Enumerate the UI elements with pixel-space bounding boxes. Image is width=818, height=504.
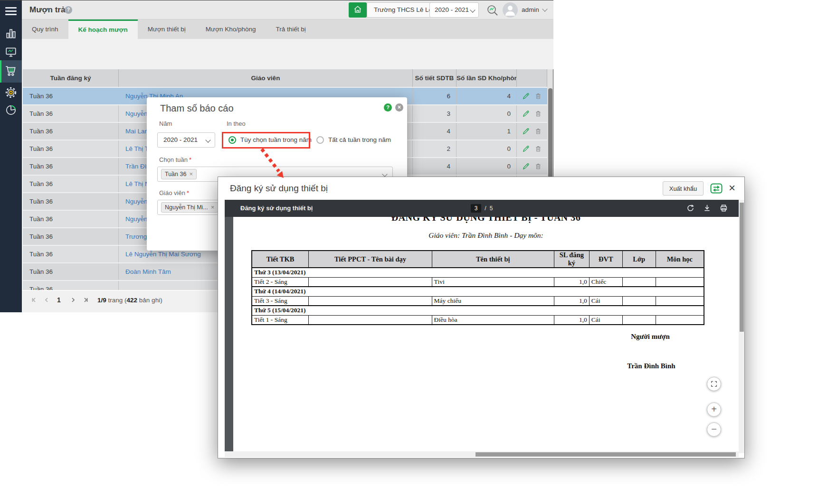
tab-muon-kho-phong[interactable]: Mượn Kho/phòng [196,19,266,39]
cell-sdtb: 6 [413,88,457,104]
sidebar-item-borrow-active[interactable] [0,60,22,83]
next-page-button[interactable] [67,297,79,308]
dialog-title: Tham số báo cáo [160,103,234,114]
edit-icon[interactable] [522,92,530,100]
delete-icon[interactable] [534,145,542,153]
sidebar [0,0,22,312]
remove-tag-icon[interactable]: × [211,204,215,211]
prev-page-button[interactable] [41,297,52,308]
cell-sdtb: 4 [413,123,457,140]
delete-icon[interactable] [534,127,542,135]
pdf-vertical-scrollbar[interactable] [739,200,744,453]
required-mark: * [187,189,189,196]
col-sdtb[interactable]: Số tiết SDTB [413,69,457,87]
th-subject: Môn học [656,251,704,268]
cart-icon [5,65,17,77]
edit-icon[interactable] [522,110,530,118]
cell-week: Tuần 36 [23,140,119,157]
sidebar-item-settings[interactable] [5,86,17,99]
tab-tra-thiet-bi[interactable]: Trả thiết bị [266,19,316,39]
delete-icon[interactable] [534,110,542,118]
cell-week: Tuần 36 [23,105,119,122]
current-page[interactable]: 1 [57,296,61,304]
radio-all-weeks[interactable] [316,136,324,144]
teacher-link[interactable]: Đoàn Minh Tâm [125,268,171,275]
close-icon[interactable]: × [729,181,735,195]
col-teacher[interactable]: Giáo viên [119,69,413,87]
signature-name: Trần Đình Bình [599,362,704,370]
chevron-down-icon [470,7,475,12]
cell-week: Tuần 36 [23,176,119,192]
download-icon[interactable] [703,204,712,213]
first-page-button[interactable] [29,297,40,308]
quick-search-icon[interactable] [485,3,500,18]
col-actions [517,69,547,87]
transfer-icon[interactable] [710,182,723,195]
cell-kho: 0 [457,140,517,157]
zoom-in-button[interactable]: + [707,402,721,417]
cell-week: Tuần 36 [23,158,119,175]
th-tkb: Tiết TKB [252,251,309,268]
rotate-icon[interactable] [686,204,695,213]
year-select[interactable]: 2020 - 2021 [157,132,215,148]
export-button[interactable]: Xuất khẩu [663,181,704,196]
user-menu-chevron-icon[interactable] [542,6,547,11]
cell-kho: 1 [457,123,517,140]
app-header: Mượn trả ? Trường THCS Lê Lợi 2020 - 202… [22,0,553,19]
home-button[interactable] [349,2,367,18]
fit-page-button[interactable] [707,377,721,391]
avatar[interactable] [503,2,518,18]
sidebar-item-dashboard[interactable] [5,28,17,40]
tab-ke-hoach-muon[interactable]: Kế hoạch mượn [68,19,138,39]
th-device: Tên thiết bị [432,251,554,268]
day-row: Thứ 5 (15/04/2021) [252,306,704,315]
scrollbar-thumb[interactable] [740,203,744,332]
document-subtitle: Giáo viên: Trần Đình Bình - Dạy môn: [233,231,739,240]
help-badge[interactable]: ? [65,6,72,14]
home-icon [353,5,362,14]
cell-week: Tuần 36 [23,123,119,140]
zoom-out-button[interactable]: − [707,422,721,437]
print-icon[interactable] [719,204,728,213]
pdf-horizontal-scrollbar[interactable] [225,451,739,457]
school-year-select[interactable]: 2020 - 2021 [429,2,479,18]
delete-icon[interactable] [534,162,542,170]
cell-week: Tuần 36 [23,193,119,210]
remove-tag-icon[interactable]: × [189,170,193,177]
print-by-label: In theo [227,120,246,127]
delete-icon[interactable] [534,92,542,100]
last-page-button[interactable] [80,297,91,308]
teacher-link[interactable]: Lê Nguyễn Thị Mai Sương [125,251,201,258]
user-name[interactable]: admin [522,0,539,19]
help-icon[interactable]: ? [384,103,392,112]
page-indicator: 3 / 5 [225,200,739,217]
monitor-icon [5,46,17,58]
th-ppct: Tiết PPCT - Tên bài dạy [309,251,432,268]
year-value: 2020 - 2021 [163,136,198,143]
cell-week: Tuần 36 [23,263,119,280]
sidebar-item-reports[interactable] [5,104,17,116]
menu-toggle-icon[interactable] [5,7,17,16]
tab-bar: Quy trình Kế hoạch mượn Mượn thiết bị Mư… [22,19,553,39]
item-row: Tiết 2 - Sáng Tivi 1,0 Chiếc [252,277,704,287]
col-kho[interactable]: Số lần SD Kho/phòng [457,69,517,87]
edit-icon[interactable] [522,145,530,153]
required-mark: * [189,156,191,163]
cell-kho: 0 [457,105,517,122]
teacher-label: Giáo viên* [159,189,189,196]
radio-all-weeks-label[interactable]: Tất cả tuần trong năm [328,136,391,143]
edit-icon[interactable] [522,127,530,135]
pie-chart-icon [5,104,17,116]
table-header-row: Tuần đăng ký Giáo viên Số tiết SDTB Số l… [23,69,547,87]
tab-quy-trinh[interactable]: Quy trình [22,19,68,39]
cell-sdtb: 3 [413,105,457,122]
tab-muon-thiet-bi[interactable]: Mượn thiết bị [138,19,196,39]
report-table: Tiết TKB Tiết PPCT - Tên bài dạy Tên thi… [251,250,704,325]
scrollbar-thumb[interactable] [476,452,736,457]
sidebar-item-devices[interactable] [5,46,17,58]
close-icon[interactable]: × [395,103,403,112]
current-page-input[interactable]: 3 [471,204,482,213]
report-preview-window: Đăng ký sử dụng thiết bị Xuất khẩu × Đăn… [218,177,745,458]
edit-icon[interactable] [522,162,530,170]
col-week[interactable]: Tuần đăng ký [23,69,119,87]
